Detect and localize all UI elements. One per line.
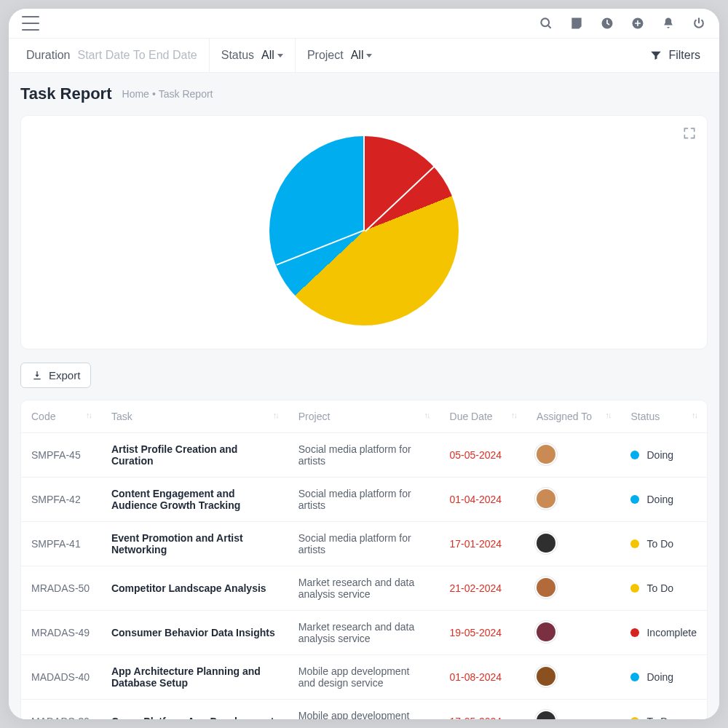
avatar <box>537 667 555 686</box>
status-label: Doing <box>646 494 673 505</box>
note-icon[interactable] <box>569 16 584 31</box>
cell-assigned <box>526 433 620 478</box>
expand-icon[interactable] <box>682 126 697 141</box>
search-icon[interactable] <box>539 16 553 31</box>
status-dot <box>630 495 639 504</box>
cell-code: MADADS-39 <box>21 700 101 720</box>
chart-card <box>20 115 708 349</box>
cell-assigned <box>526 478 620 522</box>
cell-due-date: 19-05-2024 <box>440 611 527 655</box>
col-status[interactable]: Status↑↓ <box>620 400 707 433</box>
funnel-icon <box>649 49 662 62</box>
export-button[interactable]: Export <box>20 363 91 388</box>
cell-status: Doing <box>620 478 707 522</box>
col-project[interactable]: Project↑↓ <box>288 400 440 433</box>
page-title: Task Report <box>20 84 112 103</box>
table-row[interactable]: MADADS-40App Architecture Planning and D… <box>21 655 707 700</box>
avatar <box>537 445 555 464</box>
status-value: All <box>261 49 274 62</box>
topbar <box>9 9 719 39</box>
avatar <box>537 578 555 597</box>
menu-icon[interactable] <box>22 16 39 31</box>
cell-status: Doing <box>620 655 707 700</box>
table-row[interactable]: SMPFA-45Artist Profile Creation and Cura… <box>21 433 707 478</box>
cell-assigned <box>526 611 620 655</box>
duration-placeholder: Start Date To End Date <box>77 49 197 62</box>
table-row[interactable]: SMPFA-41Event Promotion and Artist Netwo… <box>21 522 707 566</box>
project-label: Project <box>307 49 344 62</box>
table-row[interactable]: MADADS-39Cross-Platform App DevelopmentM… <box>21 700 707 720</box>
cell-project: Mobile app development and design servic… <box>288 655 440 700</box>
status-label: To Do <box>646 538 673 550</box>
status-filter[interactable]: Status All <box>209 39 295 72</box>
cell-project: Social media platform for artists <box>288 478 440 522</box>
app-frame: Duration Start Date To End Date Status A… <box>9 9 719 719</box>
status-label: Incomplete <box>646 627 696 638</box>
add-circle-icon[interactable] <box>630 16 645 31</box>
breadcrumb-current: Task Report <box>159 88 213 100</box>
filters-button-label: Filters <box>668 49 700 62</box>
cell-assigned <box>526 700 620 720</box>
bell-icon[interactable] <box>661 16 676 31</box>
col-task[interactable]: Task↑↓ <box>101 400 288 433</box>
cell-project: Market research and data analysis servic… <box>288 566 440 611</box>
status-label: To Do <box>646 582 673 594</box>
cell-code: MADADS-40 <box>21 655 101 700</box>
cell-project: Social media platform for artists <box>288 433 440 478</box>
cell-task: Content Engagement and Audience Growth T… <box>101 478 288 522</box>
cell-code: MRADAS-50 <box>21 566 101 611</box>
col-due-date[interactable]: Due Date↑↓ <box>440 400 527 433</box>
status-dot <box>630 539 639 548</box>
cell-assigned <box>526 522 620 566</box>
cell-task: Consumer Behavior Data Insights <box>101 611 288 655</box>
breadcrumb-home[interactable]: Home <box>122 88 149 100</box>
svg-point-0 <box>541 18 549 26</box>
filters-button[interactable]: Filters <box>636 39 713 72</box>
status-dot <box>630 717 639 719</box>
cell-due-date: 01-08-2024 <box>440 655 527 700</box>
col-code[interactable]: Code↑↓ <box>21 400 101 433</box>
cell-due-date: 17-05-2024 <box>440 700 527 720</box>
cell-assigned <box>526 566 620 611</box>
status-dot <box>630 673 639 681</box>
status-dot <box>630 451 639 459</box>
status-dot <box>630 628 639 637</box>
table-row[interactable]: MRADAS-49Consumer Behavior Data Insights… <box>21 611 707 655</box>
cell-code: MRADAS-49 <box>21 611 101 655</box>
export-icon <box>31 370 43 381</box>
avatar <box>537 711 555 720</box>
table-row[interactable]: MRADAS-50Competitor Landscape AnalysisMa… <box>21 566 707 611</box>
cell-status: To Do <box>620 566 707 611</box>
cell-status: Doing <box>620 433 707 478</box>
power-icon[interactable] <box>692 16 706 31</box>
body: Task Report Home•Task Report Export Code… <box>9 73 719 719</box>
project-filter[interactable]: Project All <box>295 39 384 72</box>
col-assigned-to[interactable]: Assigned To↑↓ <box>526 400 620 433</box>
cell-due-date: 01-04-2024 <box>440 478 527 522</box>
avatar <box>537 489 555 508</box>
status-label: Doing <box>646 449 673 461</box>
svg-line-1 <box>548 25 551 28</box>
project-value: All <box>351 49 364 62</box>
cell-code: SMPFA-42 <box>21 478 101 522</box>
cell-task: Cross-Platform App Development <box>101 700 288 720</box>
cell-due-date: 05-05-2024 <box>440 433 527 478</box>
cell-status: To Do <box>620 522 707 566</box>
cell-due-date: 21-02-2024 <box>440 566 527 611</box>
status-label: Doing <box>646 671 673 683</box>
cell-due-date: 17-01-2024 <box>440 522 527 566</box>
avatar <box>537 622 555 641</box>
chevron-down-icon <box>366 54 372 58</box>
title-row: Task Report Home•Task Report <box>20 84 708 103</box>
duration-filter[interactable]: Duration Start Date To End Date <box>15 39 209 72</box>
table-row[interactable]: SMPFA-42Content Engagement and Audience … <box>21 478 707 522</box>
chevron-down-icon <box>277 54 283 58</box>
status-dot <box>630 584 639 593</box>
status-label: To Do <box>646 716 673 719</box>
filter-bar: Duration Start Date To End Date Status A… <box>9 39 719 73</box>
clock-icon[interactable] <box>600 16 614 31</box>
cell-project: Market research and data analysis servic… <box>288 611 440 655</box>
cell-project: Mobile app development and design servic… <box>288 700 440 720</box>
cell-status: Incomplete <box>620 611 707 655</box>
cell-assigned <box>526 655 620 700</box>
